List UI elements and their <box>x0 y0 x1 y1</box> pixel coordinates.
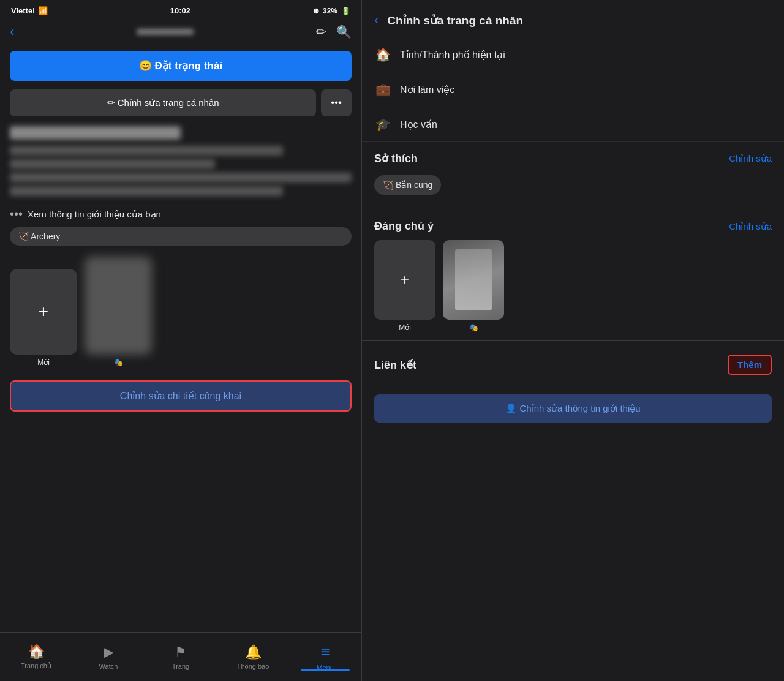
edit-public-details-button[interactable]: Chỉnh sửa chi tiết công khai <box>10 380 352 412</box>
right-panel-title: Chỉnh sửa trang cá nhân <box>387 13 523 28</box>
see-bio-label: Xem thông tin giới thiệu của bạn <box>28 209 161 220</box>
nav-item-notifications[interactable]: 🔔 Thông báo <box>217 644 289 670</box>
notable-add-label: Mới <box>399 323 411 332</box>
nav-label-pages: Trang <box>172 663 189 670</box>
education-icon: 🎓 <box>374 117 391 132</box>
highlight-add-item[interactable]: + Mới <box>10 269 77 367</box>
blurred-info-3 <box>10 173 352 182</box>
blurred-info-4 <box>10 186 283 196</box>
add-link-button[interactable]: Thêm <box>728 355 772 375</box>
blurred-username <box>10 126 181 140</box>
notable-thumb-label: 🎭 <box>469 323 478 332</box>
right-header: ‹ Chỉnh sửa trang cá nhân <box>362 0 784 37</box>
hobby-tag-ban-cung[interactable]: 🏹 Bắn cung <box>374 175 441 195</box>
notable-thumbnail <box>443 240 504 320</box>
home-location-icon: 🏠 <box>374 47 391 62</box>
more-button[interactable]: ••• <box>321 89 352 116</box>
notifications-icon: 🔔 <box>245 644 262 660</box>
search-icon[interactable]: 🔍 <box>336 24 352 39</box>
battery-text: 32% <box>323 7 337 15</box>
notable-edit-button[interactable]: Chỉnh sửa <box>729 221 772 232</box>
right-panel: ‹ Chỉnh sửa trang cá nhân 🏠 Tỉnh/Thành p… <box>362 0 784 681</box>
bio-dots-icon: ••• <box>10 207 23 221</box>
edit-intro-button[interactable]: 👤 Chỉnh sửa thông tin giới thiệu <box>374 394 772 423</box>
info-label-location: Tỉnh/Thành phố hiện tại <box>400 49 505 61</box>
section-divider-2 <box>362 340 784 341</box>
notable-thumb-item[interactable]: 🎭 <box>443 240 504 332</box>
location-icon: ⊕ <box>313 7 319 15</box>
top-nav: ‹ ■■■■■■■■■ ✏ 🔍 <box>0 19 361 46</box>
nav-item-pages[interactable]: ⚑ Trang <box>145 644 217 670</box>
info-row-location[interactable]: 🏠 Tỉnh/Thành phố hiện tại <box>362 37 784 72</box>
menu-icon: ≡ <box>320 642 330 661</box>
lienket-section: Liên kết Thêm <box>362 345 784 389</box>
watch-icon: ▶ <box>104 644 114 660</box>
wifi-icon: 📶 <box>38 6 48 15</box>
pages-icon: ⚑ <box>175 644 187 660</box>
highlight-add-btn[interactable]: + <box>10 269 77 355</box>
hobbies-header: Sở thích Chỉnh sửa <box>374 152 772 165</box>
info-label-work: Nơi làm việc <box>400 84 454 96</box>
info-row-education[interactable]: 🎓 Học vấn <box>362 107 784 142</box>
notable-header: Đáng chú ý Chỉnh sửa <box>374 220 772 233</box>
battery-icon: 🔋 <box>341 7 350 15</box>
notable-section: Đáng chú ý Chỉnh sửa + Mới 🎭 <box>362 210 784 337</box>
edit-profile-button[interactable]: ✏ Chỉnh sửa trang cá nhân <box>10 89 316 116</box>
hobby-tag[interactable]: 🏹 Archery <box>10 227 352 246</box>
set-status-button[interactable]: 😊 Đặt trạng thái <box>10 51 352 81</box>
highlights-section: + Mới 🎭 <box>10 257 352 367</box>
lienket-header: Liên kết Thêm <box>374 355 772 375</box>
highlight-add-label: Mới <box>37 358 50 367</box>
lienket-title: Liên kết <box>374 358 417 372</box>
status-left: Viettel 📶 <box>11 6 48 15</box>
highlight-existing-label: 🎭 <box>114 358 123 367</box>
carrier-text: Viettel <box>11 6 35 15</box>
nav-item-watch[interactable]: ▶ Watch <box>72 644 145 670</box>
notable-add-item[interactable]: + Mới <box>374 240 435 332</box>
right-back-button[interactable]: ‹ <box>374 12 379 28</box>
back-icon[interactable]: ‹ <box>10 24 14 40</box>
highlight-thumb <box>85 257 152 355</box>
info-row-work[interactable]: 💼 Nơi làm việc <box>362 72 784 107</box>
time-display: 10:02 <box>170 6 190 15</box>
work-icon: 💼 <box>374 82 391 97</box>
edit-icon[interactable]: ✏ <box>316 24 326 39</box>
notable-grid: + Mới 🎭 <box>374 240 772 332</box>
status-right: ⊕ 32% 🔋 <box>313 7 350 15</box>
profile-name-blurred: ■■■■■■■■■ <box>14 26 316 38</box>
home-icon: 🏠 <box>28 644 45 660</box>
nav-label-home: Trang chủ <box>21 662 51 670</box>
nav-label-watch: Watch <box>99 663 118 670</box>
see-bio-row[interactable]: ••• Xem thông tin giới thiệu của bạn <box>10 207 352 221</box>
profile-content <box>10 126 352 196</box>
info-label-education: Học vấn <box>400 119 437 130</box>
highlight-existing-item[interactable]: 🎭 <box>85 257 152 367</box>
hobbies-edit-button[interactable]: Chỉnh sửa <box>729 153 772 164</box>
hobbies-title: Sở thích <box>374 152 418 165</box>
notable-title: Đáng chú ý <box>374 220 434 233</box>
blurred-info-2 <box>10 159 215 169</box>
nav-label-notifications: Thông báo <box>237 663 270 670</box>
edit-profile-row: ✏ Chỉnh sửa trang cá nhân ••• <box>10 89 352 116</box>
top-nav-icons: ✏ 🔍 <box>316 24 352 39</box>
left-panel: Viettel 📶 10:02 ⊕ 32% 🔋 ‹ ■■■■■■■■■ ✏ 🔍 … <box>0 0 361 681</box>
hobbies-section: Sở thích Chỉnh sửa 🏹 Bắn cung <box>362 142 784 202</box>
nav-item-home[interactable]: 🏠 Trang chủ <box>0 644 72 670</box>
status-bar: Viettel 📶 10:02 ⊕ 32% 🔋 <box>0 0 361 19</box>
nav-item-menu[interactable]: ≡ Menu <box>289 642 361 671</box>
notable-thumb-content <box>455 249 492 310</box>
notable-add-btn[interactable]: + <box>374 240 435 320</box>
bottom-nav: 🏠 Trang chủ ▶ Watch ⚑ Trang 🔔 Thông báo … <box>0 632 361 681</box>
blurred-info-1 <box>10 146 283 156</box>
nav-active-underline <box>301 669 350 671</box>
section-divider-1 <box>362 206 784 206</box>
